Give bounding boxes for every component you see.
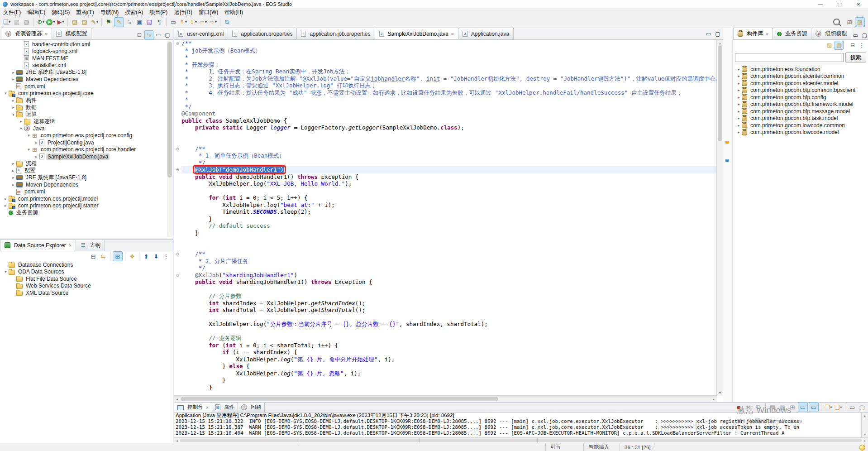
chevron-down-icon[interactable]: ▾ [26, 133, 32, 138]
open-console-icon[interactable]: ❏▾ [834, 403, 843, 412]
palette-search-button[interactable]: 搜索 [845, 53, 866, 62]
maximize-button[interactable]: ▢ [830, 0, 849, 8]
chevron-right-icon[interactable]: ▸ [3, 203, 9, 208]
collapse-all-icon[interactable]: ⊟ [89, 252, 98, 261]
palette-maximize-icon[interactable]: ▢ [860, 31, 868, 39]
tree-item[interactable]: ▸≡配置 [0, 167, 167, 174]
chevron-right-icon[interactable]: ▸ [10, 182, 16, 187]
dropdown-arrow-icon[interactable]: ▾ [43, 20, 44, 24]
tree-item[interactable]: mpom.xml [0, 83, 167, 90]
tree-item[interactable]: Web Services Data Source [0, 283, 173, 290]
tree-item[interactable]: ▸com.primeton.gocom.bfp.task.model [733, 115, 868, 122]
tab-samplexxljobdemo[interactable]: JSampleXxlJobDemo.java× [375, 28, 459, 39]
chevron-right-icon[interactable]: ▸ [736, 88, 742, 92]
tab-org-model[interactable]: o组织模型 [811, 28, 851, 39]
chevron-right-icon[interactable]: ▸ [736, 81, 742, 86]
back-icon[interactable]: ⇦▾ [199, 18, 208, 27]
dropdown-arrow-icon[interactable]: ▾ [9, 20, 10, 24]
fold-marker-icon[interactable]: ⊖ [174, 40, 181, 47]
menu-源码[interactable]: 源码(S) [48, 8, 73, 16]
dropdown-arrow-icon[interactable]: ▾ [96, 20, 98, 24]
tree-item[interactable]: ▾JJava [0, 125, 167, 132]
collapse-all-icon[interactable]: ⊟ [849, 41, 857, 49]
chevron-right-icon[interactable]: ▸ [10, 161, 16, 166]
tree-item[interactable]: ▸com.primeton.gocom.bfp.config [733, 94, 868, 101]
chevron-right-icon[interactable]: ▸ [736, 95, 742, 100]
open-resource-icon[interactable]: ▨ [70, 18, 79, 27]
chevron-right-icon[interactable]: ▸ [33, 140, 39, 145]
word-wrap-icon[interactable]: ⊞ [788, 403, 797, 412]
tab-application-job-properties[interactable]: ≡application-job.properties [296, 28, 375, 39]
save-all-icon[interactable]: ▩ [22, 18, 31, 27]
link-with-editor-icon[interactable]: ⇆ [144, 30, 153, 39]
close-icon[interactable]: × [69, 243, 72, 248]
tree-item[interactable]: ▸Maven Dependencies [0, 76, 167, 83]
close-icon[interactable]: × [45, 31, 48, 37]
show-on-output-icon[interactable]: ▭ [809, 402, 819, 412]
tip-lightbulb-icon[interactable] [859, 445, 865, 451]
palette-search-input[interactable] [735, 53, 844, 62]
console-view-icon[interactable]: ▭ [169, 18, 178, 27]
menu-窗口[interactable]: 窗口(W) [196, 8, 221, 16]
tree-item[interactable]: ≣MANIFEST.MF [0, 55, 167, 62]
explorer-scrollbar[interactable] [167, 41, 172, 237]
show-all-icon[interactable]: ▨ [825, 41, 834, 49]
console-output[interactable]: Application [Java 应用程序] C:\Program Files… [174, 413, 862, 437]
next-annotation-icon[interactable]: ⇟▾ [189, 18, 198, 27]
dropdown-arrow-icon[interactable]: ▾ [53, 20, 55, 24]
tree-item[interactable]: ▸com.primeton.gocom.bfp.common.bpsclient [733, 87, 868, 94]
menu-文件[interactable]: 文件(F) [0, 8, 24, 16]
tab-problems[interactable]: !问题 [238, 402, 265, 412]
minimize-icon[interactable]: ▭ [848, 403, 857, 412]
tree-item[interactable]: ▸运算逻辑 [0, 118, 167, 125]
menu-运行[interactable]: 运行(R) [171, 8, 196, 16]
tree-item[interactable]: ▸com.primeton.gocom.afcenter.common [733, 73, 868, 80]
chevron-right-icon[interactable]: ▸ [10, 105, 16, 110]
pin-console-icon[interactable]: ▭ [798, 402, 808, 412]
close-button[interactable]: ✕ [849, 0, 868, 8]
fold-marker-icon[interactable]: ⊖ [174, 145, 181, 153]
minimize-button[interactable]: — [811, 0, 830, 8]
dropdown-arrow-icon[interactable]: ▾ [830, 405, 832, 409]
run-icon[interactable]: ▶▾ [46, 18, 55, 27]
close-icon[interactable]: × [206, 405, 209, 410]
console-scrollbar[interactable]: ▴▾ [861, 413, 868, 437]
chevron-down-icon[interactable]: ▾ [3, 91, 9, 96]
chevron-right-icon[interactable]: ▸ [18, 119, 24, 124]
chevron-right-icon[interactable]: ▸ [736, 74, 742, 78]
new-wizard-icon[interactable]: ❏▾ [2, 18, 11, 27]
fold-marker-icon[interactable]: ⊖ [174, 272, 181, 279]
toggle-mark-icon[interactable]: ≋ [125, 18, 134, 27]
tree-item[interactable]: ▸Maven Dependencies [0, 181, 167, 188]
clear-console-icon[interactable]: ▤ [768, 403, 777, 412]
tree-item[interactable]: ▸com.primeton.gocom.bfp.framework.model [733, 101, 868, 108]
overview-ruler[interactable] [723, 28, 732, 402]
tree-item[interactable]: ▾com.primeton.eos.projectlj.core [0, 90, 167, 97]
menu-搜索[interactable]: 搜索(A) [122, 8, 146, 16]
collapse-all-icon[interactable]: ⊟ [135, 31, 143, 39]
tree-item[interactable]: ▸流程 [0, 160, 167, 168]
editor-horizontal-scrollbar[interactable]: ◂▸ [174, 395, 717, 402]
tab-application-java[interactable]: JApplication.java [458, 28, 514, 39]
dropdown-arrow-icon[interactable]: ▾ [215, 20, 217, 24]
menu-导航[interactable]: 导航(N) [97, 8, 122, 16]
forward-icon[interactable]: ⇨▾ [209, 18, 218, 27]
tree-item[interactable]: ▸构件 [0, 97, 167, 104]
new-interface-icon[interactable]: ▤ [145, 18, 154, 27]
highlighter-icon[interactable]: ✎ [114, 17, 124, 27]
close-icon[interactable]: × [766, 31, 768, 37]
view-menu-icon[interactable]: ⋮ [858, 41, 866, 49]
tree-item[interactable]: ▸JRE 系统库 [JavaSE-1.8] [0, 69, 167, 76]
tree-item[interactable]: ▾⊞com.primeton.eos.projectlj.core.config [0, 132, 167, 139]
maximize-icon[interactable]: ▢ [858, 403, 867, 412]
chevron-down-icon[interactable]: ▾ [26, 147, 32, 152]
scroll-lock-icon[interactable]: ▥ [778, 403, 787, 412]
display-console-icon[interactable]: ❐▾ [824, 403, 833, 412]
debug-icon[interactable]: ⚙▾ [36, 18, 45, 27]
chevron-right-icon[interactable]: ▸ [3, 197, 9, 201]
tree-item[interactable]: ▸数据 [0, 104, 167, 111]
tab-business-resource[interactable]: 业务资源 [773, 28, 811, 39]
chevron-right-icon[interactable]: ▸ [736, 109, 742, 114]
tab-component-library[interactable]: 构件库× [733, 28, 773, 39]
tree-item[interactable]: ▸JSampleXxlJobDemo.java [0, 153, 167, 160]
